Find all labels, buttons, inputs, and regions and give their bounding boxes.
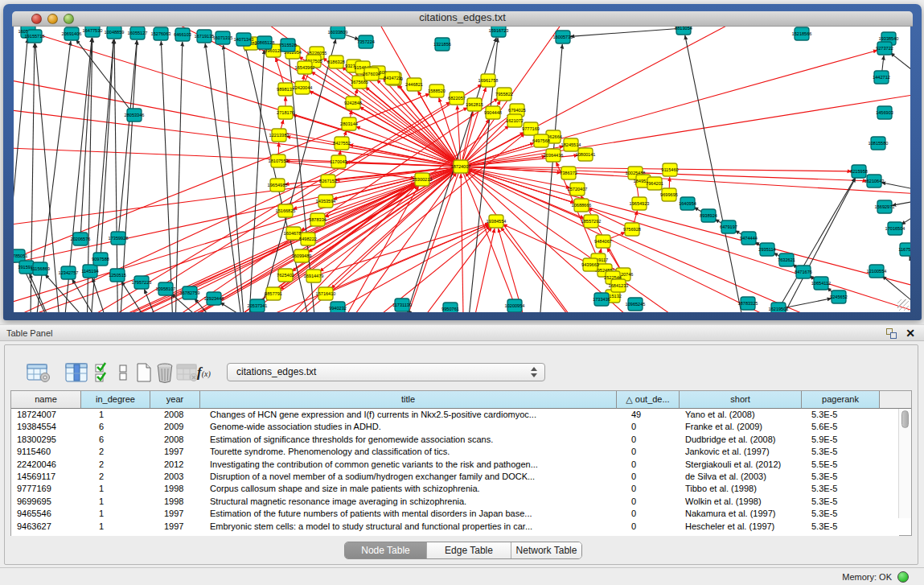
- column-header-short[interactable]: short: [680, 391, 802, 409]
- graph-edge[interactable]: [461, 167, 910, 292]
- graph-node[interactable]: 5498222: [299, 233, 317, 245]
- table-row[interactable]: 911546021997Tourette syndrome. Phenomeno…: [11, 446, 899, 458]
- graph-node[interactable]: 8186328: [327, 56, 345, 68]
- import-table-disabled-icon[interactable]: [175, 362, 199, 383]
- column-header-in-degree[interactable]: in_degree: [81, 391, 150, 409]
- graph-edge[interactable]: [14, 167, 461, 268]
- graph-node[interactable]: 16543962: [295, 61, 315, 74]
- graph-node[interactable]: 1442712: [873, 71, 890, 84]
- graph-node[interactable]: 7515526: [279, 39, 297, 51]
- graph-node[interactable]: 15720407: [568, 183, 588, 196]
- graph-node[interactable]: 9474444: [740, 232, 758, 245]
- graph-node[interactable]: 16961758: [478, 74, 499, 87]
- table-row[interactable]: 1830029562008Estimation of significance …: [11, 434, 899, 446]
- graph-node[interactable]: 1733436: [593, 293, 610, 306]
- graph-node[interactable]: 1250515: [109, 269, 126, 282]
- graph-node[interactable]: 16841233: [609, 279, 629, 292]
- graph-node[interactable]: 11156869: [31, 262, 50, 275]
- graph-node[interactable]: 16005730: [553, 31, 573, 43]
- tab-edge-table[interactable]: Edge Table: [427, 542, 511, 558]
- table-row[interactable]: 946554611997Estimation of the future num…: [11, 508, 899, 520]
- graph-node[interactable]: 19384554: [487, 215, 507, 228]
- graph-node[interactable]: 2935114: [758, 243, 775, 256]
- graph-node[interactable]: 9115460: [661, 163, 678, 176]
- column-header-out-de-[interactable]: △ out_de...: [617, 391, 680, 409]
- graph-node[interactable]: 16099489: [292, 249, 312, 262]
- network-window-titlebar[interactable]: citations_edges.txt: [12, 11, 913, 27]
- network-table-select[interactable]: citations_edges.txt: [227, 363, 545, 381]
- graph-node[interactable]: 1962815: [466, 98, 483, 111]
- graph-node[interactable]: 1321856: [433, 38, 451, 51]
- graph-node[interactable]: 8471676: [795, 266, 812, 278]
- window-close-button[interactable]: [31, 14, 42, 24]
- new-file-icon[interactable]: [133, 362, 154, 383]
- graph-node[interactable]: 18107553: [269, 154, 289, 167]
- graph-edge[interactable]: [465, 172, 609, 312]
- graph-edge[interactable]: [461, 27, 577, 167]
- graph-node[interactable]: 10200954: [505, 299, 525, 312]
- graph-node[interactable]: 1640954: [679, 197, 696, 210]
- graph-node[interactable]: 10865128: [255, 36, 275, 49]
- table-row[interactable]: 1938455462009Genome-wide association stu…: [11, 421, 899, 433]
- graph-node[interactable]: 9950761: [441, 303, 459, 312]
- graph-node[interactable]: 22420044: [293, 81, 313, 94]
- table-row[interactable]: 2242004622012Investigating the contribut…: [11, 459, 899, 471]
- graph-node[interactable]: 28053346: [125, 109, 145, 122]
- show-column-icon[interactable]: [64, 362, 90, 383]
- table-row[interactable]: 1456911722003Disruption of a novel membe…: [11, 471, 899, 483]
- graph-node[interactable]: 8813054: [675, 27, 692, 35]
- graph-node[interactable]: 10800141: [576, 148, 596, 161]
- graph-node[interactable]: 8938924: [700, 209, 717, 222]
- graph-node[interactable]: 16782759: [180, 286, 200, 299]
- tab-node-table[interactable]: Node Table: [345, 542, 427, 558]
- graph-node[interactable]: 16071315: [213, 31, 233, 44]
- graph-node[interactable]: 15276063: [151, 27, 171, 40]
- graph-node[interactable]: 16055127: [128, 27, 148, 39]
- delete-icon[interactable]: [154, 362, 177, 383]
- table-row[interactable]: 1872400712008Changes of HCN gene express…: [11, 409, 899, 421]
- graph-edge[interactable]: [685, 35, 754, 312]
- function-builder-icon[interactable]: f(x): [197, 365, 220, 381]
- graph-edge[interactable]: [76, 39, 134, 115]
- graph-node[interactable]: 16210643: [864, 175, 885, 187]
- graph-node[interactable]: 9439663: [581, 258, 599, 271]
- graph-node[interactable]: 9777169: [522, 122, 540, 135]
- graph-node[interactable]: 2803144: [340, 117, 358, 130]
- graph-node[interactable]: 14071343: [234, 33, 254, 46]
- graph-node[interactable]: 6466103: [174, 28, 191, 41]
- graph-node[interactable]: 2446821: [405, 78, 423, 91]
- graph-node[interactable]: 19155718: [25, 30, 45, 43]
- graph-node[interactable]: 19654985: [268, 179, 288, 192]
- graph-node[interactable]: 1588520: [428, 84, 446, 97]
- graph-node[interactable]: 9245652: [830, 290, 848, 303]
- graph-node[interactable]: 18557292: [581, 215, 602, 228]
- graph-node[interactable]: 12342757: [59, 266, 79, 279]
- graph-node[interactable]: 8267153: [319, 175, 337, 187]
- graph-edge[interactable]: [890, 53, 910, 91]
- window-resize-grip[interactable]: [897, 299, 909, 311]
- graph-node[interactable]: 10048859: [105, 27, 125, 39]
- network-canvas[interactable]: 1872400779638228960128591295415226055932…: [14, 27, 910, 312]
- graph-node[interactable]: 8215958: [850, 165, 868, 178]
- graph-node[interactable]: 9097588: [92, 253, 109, 266]
- table-scrollbar-thumb[interactable]: [901, 410, 909, 428]
- graph-edge[interactable]: [175, 42, 183, 312]
- graph-node[interactable]: 1456903: [876, 106, 893, 119]
- graph-node[interactable]: 9699695: [660, 188, 678, 201]
- graph-node[interactable]: 12100554: [867, 265, 887, 278]
- float-panel-icon[interactable]: [886, 328, 897, 339]
- graph-node[interactable]: 17957223: [132, 276, 152, 289]
- select-columns-icon[interactable]: [93, 362, 114, 383]
- graph-node[interactable]: 14353594: [316, 195, 336, 208]
- column-header-title[interactable]: title: [200, 391, 617, 409]
- graph-node[interactable]: 9242848: [344, 97, 362, 109]
- graph-edge[interactable]: [570, 28, 684, 36]
- table-scrollbar[interactable]: [898, 409, 911, 518]
- graph-node[interactable]: 10654112: [811, 277, 831, 290]
- table-row[interactable]: 977716911998Corpus callosum shape and si…: [11, 483, 899, 495]
- graph-node[interactable]: 7964201: [646, 177, 663, 190]
- graph-node[interactable]: 9898137: [277, 83, 294, 96]
- table-row[interactable]: 946362711997Embryonic stem cells: a mode…: [11, 521, 899, 533]
- graph-node[interactable]: 9857791: [265, 287, 282, 300]
- graph-node[interactable]: 1621072: [506, 114, 524, 127]
